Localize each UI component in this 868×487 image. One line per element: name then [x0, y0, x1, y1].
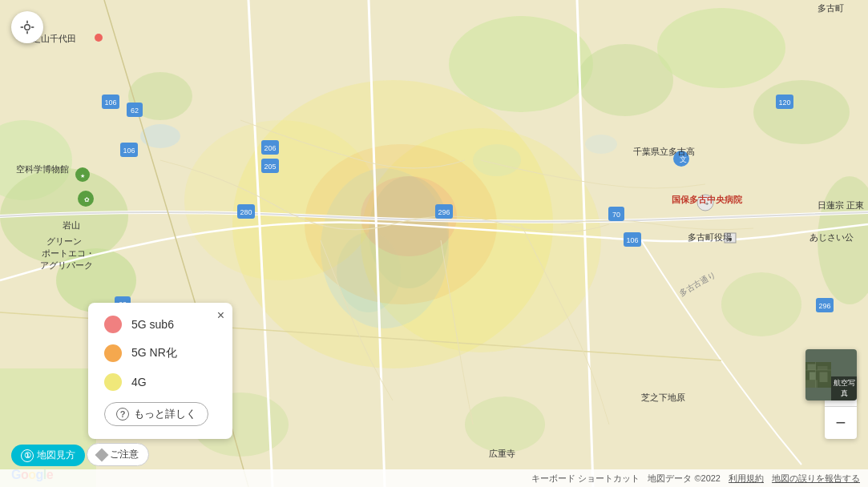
svg-text:280: 280	[240, 208, 252, 216]
location-button[interactable]	[11, 11, 43, 43]
svg-point-75	[25, 25, 30, 30]
aerial-photo-image	[805, 349, 831, 400]
svg-text:岩山: 岩山	[63, 220, 80, 230]
svg-text:多古町: 多古町	[818, 3, 844, 13]
svg-text:✿: ✿	[84, 196, 90, 203]
more-details-label: もっと詳しく	[134, 407, 196, 421]
svg-text:106: 106	[104, 99, 116, 107]
legend-label-5g-nr: 5G NR化	[131, 346, 177, 360]
more-details-button[interactable]: ? もっと詳しく	[104, 402, 208, 426]
legend-panel: × 5G sub6 5G NR化 4G ? もっと詳しく	[88, 303, 232, 439]
map-view-number: ①	[21, 449, 34, 462]
diamond-icon	[95, 448, 109, 461]
location-icon	[19, 19, 35, 35]
svg-point-7	[657, 8, 785, 88]
svg-text:日蓮宗 正東: 日蓮宗 正東	[818, 200, 864, 210]
svg-point-5	[449, 16, 593, 112]
svg-rect-81	[808, 364, 816, 371]
svg-point-10	[721, 272, 801, 336]
report-link[interactable]: 地図の誤りを報告する	[772, 473, 860, 485]
svg-text:空科学博物館: 空科学博物館	[16, 164, 69, 174]
svg-text:国保多古中央病院: 国保多古中央病院	[672, 195, 743, 204]
svg-text:多古町役場: 多古町役場	[688, 232, 732, 242]
svg-point-17	[140, 124, 180, 148]
aerial-label: 航空写真	[831, 376, 857, 400]
svg-text:62: 62	[131, 107, 139, 115]
legend-close-button[interactable]: ×	[217, 309, 224, 322]
svg-text:アグリパーク: アグリパーク	[40, 260, 93, 270]
legend-label-4g: 4G	[131, 376, 147, 388]
notice-label: ご注意	[110, 448, 139, 461]
legend-item-4g: 4G	[104, 373, 216, 391]
notice-button[interactable]: ご注意	[87, 443, 149, 466]
svg-text:296: 296	[818, 302, 830, 310]
svg-text:70: 70	[612, 211, 620, 219]
keyboard-shortcut-link[interactable]: キーボード ショートカット	[531, 473, 640, 485]
map-view-label: 地図見方	[37, 449, 75, 462]
svg-point-19	[585, 135, 617, 154]
svg-text:グリーン: グリーン	[46, 236, 82, 246]
svg-rect-83	[809, 372, 816, 380]
svg-text:芝之下地原: 芝之下地原	[641, 392, 685, 402]
svg-rect-84	[820, 372, 828, 383]
map-container[interactable]: 106 62 106 206 205 280 296 70 106 120 29…	[0, 0, 868, 487]
svg-text:120: 120	[778, 99, 790, 107]
help-icon: ?	[116, 408, 129, 421]
svg-point-13	[465, 396, 545, 453]
svg-text:千葉県立多古高: 千葉県立多古高	[633, 147, 695, 156]
svg-text:296: 296	[438, 208, 450, 216]
legend-dot-4g	[104, 373, 122, 391]
legend-label-5g-sub6: 5G sub6	[131, 318, 174, 331]
legend-item-5g-sub6: 5G sub6	[104, 316, 216, 333]
aerial-photo-thumbnail[interactable]: 航空写真	[805, 349, 857, 400]
svg-text:106: 106	[626, 236, 638, 244]
legend-item-5g-nr: 5G NR化	[104, 344, 216, 362]
svg-text:206: 206	[264, 144, 276, 152]
map-view-button[interactable]: ① 地図見方	[11, 445, 85, 466]
svg-text:文: 文	[680, 155, 687, 163]
svg-rect-82	[818, 366, 828, 370]
map-data-text: 地図データ ©2022	[648, 473, 721, 485]
legend-dot-5g-sub6	[104, 316, 122, 333]
zoom-out-button[interactable]: −	[825, 407, 857, 439]
svg-text:ポートエコ・: ポートエコ・	[42, 248, 95, 258]
svg-text:106: 106	[123, 147, 135, 155]
svg-text:★: ★	[80, 173, 85, 179]
svg-text:あじさい公: あじさい公	[809, 232, 854, 242]
terms-link[interactable]: 利用規約	[729, 473, 764, 485]
svg-point-8	[753, 80, 850, 144]
bottom-bar: キーボード ショートカット 地図データ ©2022 利用規約 地図の誤りを報告す…	[0, 469, 868, 487]
svg-text:205: 205	[264, 163, 276, 171]
svg-text:広重寺: 広重寺	[489, 449, 515, 458]
legend-dot-5g-nr	[104, 344, 122, 362]
svg-point-67	[95, 34, 103, 42]
